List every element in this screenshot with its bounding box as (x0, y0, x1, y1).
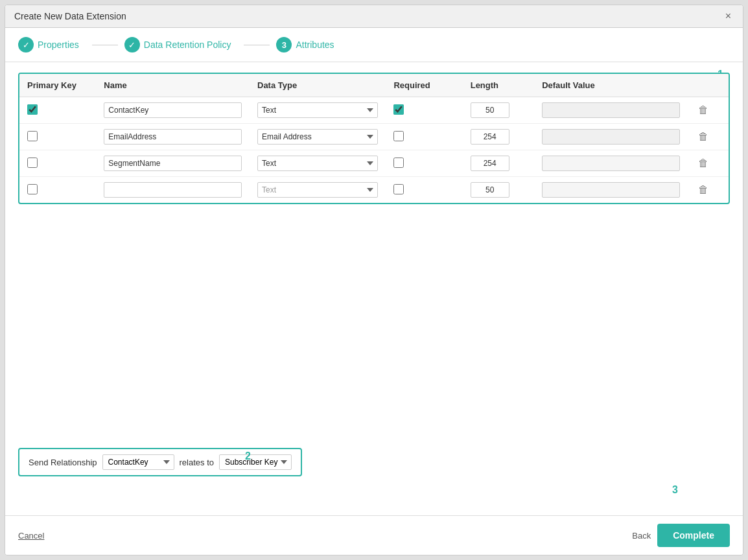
cell-delete-4: 🗑 (688, 177, 729, 204)
length-input-2[interactable] (471, 129, 509, 145)
data-type-select-4[interactable]: Text Email Address Number Date Boolean (257, 182, 378, 198)
cell-length-2 (463, 124, 534, 150)
required-checkbox-3[interactable] (393, 158, 404, 168)
name-input-3[interactable] (104, 156, 242, 171)
footer-right: Back Complete (632, 524, 730, 547)
trash-icon-3: 🗑 (698, 158, 708, 169)
modal-dialog: Create New Data Extension × ✓ Properties… (5, 5, 743, 555)
default-value-input-3[interactable] (542, 156, 680, 171)
cell-primary-key-3 (19, 150, 96, 177)
name-input-4[interactable] (104, 182, 242, 198)
default-value-input-2[interactable] (542, 129, 680, 145)
step-data-retention[interactable]: ✓ Data Retention Policy (124, 37, 231, 52)
cell-delete-1: 🗑 (688, 97, 729, 124)
col-header-required: Required (386, 74, 462, 97)
send-relationship-bar: Send Relationship ContactKey EmailAddres… (18, 448, 302, 476)
delete-button-4[interactable]: 🗑 (695, 183, 711, 197)
step-label-attributes: Attributes (296, 40, 334, 50)
cell-name-1 (96, 97, 250, 124)
length-input-3[interactable] (471, 156, 509, 171)
name-input-1[interactable] (104, 102, 242, 118)
annotation-3: 3 (672, 484, 678, 496)
cell-data-type-3: Text Email Address Number Date Boolean (250, 150, 386, 177)
cell-required-3 (386, 150, 462, 177)
cell-primary-key-1 (19, 97, 96, 124)
cell-length-1 (463, 97, 534, 124)
cell-default-value-4 (534, 177, 688, 204)
required-checkbox-2[interactable] (393, 131, 404, 141)
step-icon-data-retention: ✓ (124, 37, 140, 52)
step-divider-1 (92, 45, 118, 45)
name-input-2[interactable] (104, 129, 242, 145)
cell-primary-key-2 (19, 124, 96, 150)
cell-delete-2: 🗑 (688, 124, 729, 150)
relates-to-label: relates to (180, 458, 214, 467)
step-properties[interactable]: ✓ Properties (18, 37, 79, 52)
table-row: Text Email Address Number Date Boolean (19, 97, 729, 124)
required-checkbox-4[interactable] (393, 184, 404, 194)
modal-footer: Cancel Back Complete (5, 515, 743, 555)
trash-icon-4: 🗑 (698, 184, 708, 195)
cell-default-value-2 (534, 124, 688, 150)
trash-icon-1: 🗑 (698, 104, 708, 115)
length-input-1[interactable] (471, 102, 509, 118)
step-divider-2 (244, 45, 270, 45)
step-icon-properties: ✓ (18, 37, 34, 52)
modal-title: Create New Data Extension (14, 11, 126, 21)
delete-button-1[interactable]: 🗑 (695, 103, 711, 117)
send-relationship-section: Send Relationship ContactKey EmailAddres… (18, 438, 730, 476)
primary-key-checkbox-1[interactable] (27, 104, 38, 115)
cell-delete-3: 🗑 (688, 150, 729, 177)
primary-key-checkbox-4[interactable] (27, 184, 38, 194)
delete-button-2[interactable]: 🗑 (695, 130, 711, 144)
back-button[interactable]: Back (632, 531, 651, 541)
modal-header: Create New Data Extension × (5, 5, 743, 28)
cell-required-1 (386, 97, 462, 124)
cell-data-type-1: Text Email Address Number Date Boolean (250, 97, 386, 124)
table-row: Text Email Address Number Date Boolean (19, 177, 729, 204)
col-header-default-value: Default Value (534, 74, 688, 97)
cancel-button[interactable]: Cancel (18, 531, 44, 541)
cell-required-4 (386, 177, 462, 204)
cell-name-4 (96, 177, 250, 204)
col-header-delete (688, 74, 729, 97)
primary-key-checkbox-3[interactable] (27, 158, 38, 168)
cell-name-3 (96, 150, 250, 177)
default-value-input-4[interactable] (542, 182, 680, 198)
cell-required-2 (386, 124, 462, 150)
data-type-select-3[interactable]: Text Email Address Number Date Boolean (257, 156, 378, 171)
complete-button[interactable]: Complete (657, 524, 730, 547)
cell-primary-key-4 (19, 177, 96, 204)
step-label-properties: Properties (38, 40, 79, 50)
required-checkbox-1[interactable] (393, 104, 404, 115)
length-input-4[interactable] (471, 182, 509, 198)
send-relationship-field-select[interactable]: ContactKey EmailAddress SegmentName (102, 454, 174, 470)
col-header-name: Name (96, 74, 250, 97)
step-attributes[interactable]: 3 Attributes (276, 37, 334, 52)
cell-name-2 (96, 124, 250, 150)
trash-icon-2: 🗑 (698, 131, 708, 142)
wizard-steps: ✓ Properties ✓ Data Retention Policy 3 A… (5, 28, 743, 62)
close-button[interactable]: × (723, 10, 734, 22)
cell-default-value-3 (534, 150, 688, 177)
data-type-select-2[interactable]: Text Email Address Number Date Boolean (257, 129, 378, 145)
cell-length-3 (463, 150, 534, 177)
attributes-table: Primary Key Name Data Type Required Leng… (19, 74, 729, 203)
primary-key-checkbox-2[interactable] (27, 131, 38, 141)
checkmark-icon-2: ✓ (128, 40, 135, 50)
cell-default-value-1 (534, 97, 688, 124)
delete-button-3[interactable]: 🗑 (695, 156, 711, 170)
attributes-table-container: Primary Key Name Data Type Required Leng… (18, 73, 730, 204)
col-header-length: Length (463, 74, 534, 97)
step-number-3: 3 (282, 40, 286, 50)
default-value-input-1[interactable] (542, 102, 680, 118)
cell-data-type-2: Text Email Address Number Date Boolean (250, 124, 386, 150)
col-header-data-type: Data Type (250, 74, 386, 97)
modal-body: 1 Primary Key Name Data Type Required Le… (5, 62, 743, 515)
table-header-row: Primary Key Name Data Type Required Leng… (19, 74, 729, 97)
step-label-data-retention: Data Retention Policy (144, 40, 231, 50)
send-relationship-subscriber-select[interactable]: Subscriber Key Email Address (219, 454, 292, 470)
annotation-2: 2 (245, 450, 251, 462)
table-row: Text Email Address Number Date Boolean (19, 150, 729, 177)
data-type-select-1[interactable]: Text Email Address Number Date Boolean (257, 102, 378, 118)
